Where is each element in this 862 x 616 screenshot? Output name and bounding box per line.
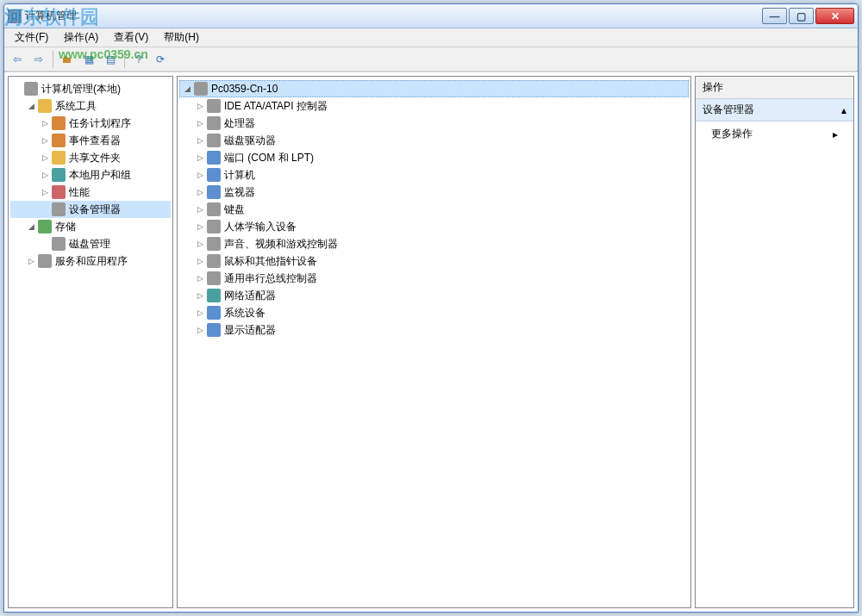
close-button[interactable]: ✕ bbox=[815, 8, 854, 24]
expander-icon[interactable]: ▷ bbox=[195, 101, 205, 111]
folder-up-icon: 🖿 bbox=[62, 53, 72, 65]
refresh-icon: ⟳ bbox=[156, 53, 165, 65]
tree-storage[interactable]: ◢存储 bbox=[10, 218, 171, 235]
keyboard-icon bbox=[207, 202, 221, 216]
chevron-right-icon: ▸ bbox=[833, 128, 838, 140]
actions-section[interactable]: 设备管理器 ▴ bbox=[696, 99, 853, 121]
disk-icon bbox=[52, 237, 66, 251]
expander-icon[interactable]: ▷ bbox=[195, 204, 205, 215]
device-monitor[interactable]: ▷监视器 bbox=[179, 184, 689, 201]
expander-icon[interactable]: ▷ bbox=[195, 325, 205, 335]
cpu-icon bbox=[207, 116, 221, 130]
tree-local-users[interactable]: ▷本地用户和组 bbox=[10, 166, 171, 184]
help-button[interactable]: ? bbox=[129, 50, 148, 69]
tree-services-apps[interactable]: ▷服务和应用程序 bbox=[10, 252, 171, 270]
expander-icon[interactable]: ▷ bbox=[195, 290, 205, 301]
refresh-button[interactable]: ⟳ bbox=[151, 50, 170, 69]
device-system[interactable]: ▷系统设备 bbox=[179, 304, 689, 321]
sound-icon bbox=[207, 237, 221, 251]
tree-disk-mgmt[interactable]: ▷磁盘管理 bbox=[10, 235, 171, 252]
folder-icon bbox=[52, 151, 66, 165]
menu-file[interactable]: 文件(F) bbox=[8, 28, 55, 47]
expander-icon[interactable]: ▷ bbox=[26, 256, 36, 266]
view-button-1[interactable]: ▦ bbox=[79, 50, 98, 69]
device-sound[interactable]: ▷声音、视频和游戏控制器 bbox=[179, 235, 689, 252]
tree-device-manager[interactable]: ▷设备管理器 bbox=[10, 201, 171, 218]
back-button[interactable]: ⇦ bbox=[8, 50, 27, 69]
actions-pane: 操作 设备管理器 ▴ 更多操作 ▸ bbox=[695, 76, 854, 608]
expander-icon[interactable]: ▷ bbox=[195, 170, 205, 180]
clock-icon bbox=[52, 116, 66, 130]
device-tree: ◢Pc0359-Cn-10 ▷IDE ATA/ATAPI 控制器 ▷处理器 ▷磁… bbox=[178, 77, 690, 342]
navigation-pane[interactable]: ▷计算机管理(本地) ◢系统工具 ▷任务计划程序 ▷事件查看器 ▷共享文件夹 ▷… bbox=[8, 76, 173, 608]
computer-icon bbox=[24, 82, 38, 96]
expander-icon[interactable]: ▷ bbox=[195, 152, 205, 163]
tree-shared-folders[interactable]: ▷共享文件夹 bbox=[10, 149, 171, 166]
menu-help[interactable]: 帮助(H) bbox=[157, 28, 206, 47]
toolbar: ⇦ ⇨ 🖿 ▦ ▤ ? ⟳ bbox=[4, 47, 858, 72]
list-icon: ▤ bbox=[106, 53, 116, 65]
expander-icon[interactable]: ▷ bbox=[40, 170, 50, 180]
view-button-2[interactable]: ▤ bbox=[101, 50, 120, 69]
hid-icon bbox=[207, 220, 221, 233]
device-disk[interactable]: ▷磁盘驱动器 bbox=[179, 132, 689, 149]
toolbar-separator bbox=[124, 51, 125, 68]
device-hid[interactable]: ▷人体学输入设备 bbox=[179, 218, 689, 235]
tree-event-viewer[interactable]: ▷事件查看器 bbox=[10, 132, 171, 149]
device-root[interactable]: ◢Pc0359-Cn-10 bbox=[179, 80, 689, 97]
perf-icon bbox=[52, 185, 66, 199]
device-cpu[interactable]: ▷处理器 bbox=[179, 115, 689, 132]
tools-icon bbox=[38, 99, 52, 113]
expander-icon[interactable]: ◢ bbox=[26, 101, 36, 111]
pc-icon bbox=[207, 168, 221, 182]
device-mouse[interactable]: ▷鼠标和其他指针设备 bbox=[179, 252, 689, 270]
titlebar[interactable]: 计算机管理 — ▢ ✕ bbox=[4, 4, 858, 28]
actions-header: 操作 bbox=[696, 77, 853, 99]
expander-icon[interactable]: ▷ bbox=[40, 187, 50, 197]
tree-task-scheduler[interactable]: ▷任务计划程序 bbox=[10, 115, 171, 132]
detail-pane[interactable]: ◢Pc0359-Cn-10 ▷IDE ATA/ATAPI 控制器 ▷处理器 ▷磁… bbox=[177, 76, 691, 608]
device-ide[interactable]: ▷IDE ATA/ATAPI 控制器 bbox=[179, 97, 689, 115]
content-area: ▷计算机管理(本地) ◢系统工具 ▷任务计划程序 ▷事件查看器 ▷共享文件夹 ▷… bbox=[4, 72, 858, 612]
expander-icon[interactable]: ▷ bbox=[195, 273, 205, 283]
actions-section-label: 设备管理器 bbox=[703, 103, 754, 117]
expander-icon[interactable]: ▷ bbox=[195, 239, 205, 249]
up-button[interactable]: 🖿 bbox=[58, 50, 77, 69]
device-usb[interactable]: ▷通用串行总线控制器 bbox=[179, 270, 689, 287]
tree-root-computer-mgmt[interactable]: ▷计算机管理(本地) bbox=[10, 80, 171, 97]
forward-button[interactable]: ⇨ bbox=[29, 50, 48, 69]
device-network[interactable]: ▷网络适配器 bbox=[179, 287, 689, 304]
minimize-button[interactable]: — bbox=[762, 8, 787, 24]
menubar: 文件(F) 操作(A) 查看(V) 帮助(H) bbox=[4, 28, 858, 47]
device-computer[interactable]: ▷计算机 bbox=[179, 166, 689, 184]
disk-icon bbox=[207, 134, 221, 147]
expander-icon[interactable]: ▷ bbox=[195, 256, 205, 266]
expander-icon[interactable]: ◢ bbox=[182, 84, 192, 94]
expander-icon[interactable]: ▷ bbox=[40, 135, 50, 146]
tree-system-tools[interactable]: ◢系统工具 bbox=[10, 97, 171, 115]
collapse-icon: ▴ bbox=[841, 104, 846, 116]
maximize-button[interactable]: ▢ bbox=[789, 8, 814, 24]
tree-performance[interactable]: ▷性能 bbox=[10, 184, 171, 201]
ide-icon bbox=[207, 99, 221, 113]
menu-action[interactable]: 操作(A) bbox=[57, 28, 105, 47]
expander-icon[interactable]: ▷ bbox=[40, 118, 50, 128]
system-icon bbox=[207, 306, 221, 320]
display-icon bbox=[207, 323, 221, 337]
arrow-left-icon: ⇦ bbox=[13, 53, 22, 65]
grid-icon: ▦ bbox=[84, 53, 94, 65]
menu-view[interactable]: 查看(V) bbox=[107, 28, 155, 47]
expander-icon[interactable]: ▷ bbox=[195, 118, 205, 128]
expander-icon[interactable]: ▷ bbox=[195, 135, 205, 146]
expander-icon[interactable]: ◢ bbox=[26, 221, 36, 232]
device-display[interactable]: ▷显示适配器 bbox=[179, 321, 689, 339]
device-ports[interactable]: ▷端口 (COM 和 LPT) bbox=[179, 149, 689, 166]
expander-icon[interactable]: ▷ bbox=[195, 308, 205, 318]
device-keyboard[interactable]: ▷键盘 bbox=[179, 201, 689, 218]
actions-more[interactable]: 更多操作 ▸ bbox=[696, 121, 853, 146]
expander-icon[interactable]: ▷ bbox=[195, 221, 205, 232]
storage-icon bbox=[38, 220, 52, 233]
expander-icon[interactable]: ▷ bbox=[195, 187, 205, 197]
expander-icon[interactable]: ▷ bbox=[40, 152, 50, 163]
mouse-icon bbox=[207, 254, 221, 268]
